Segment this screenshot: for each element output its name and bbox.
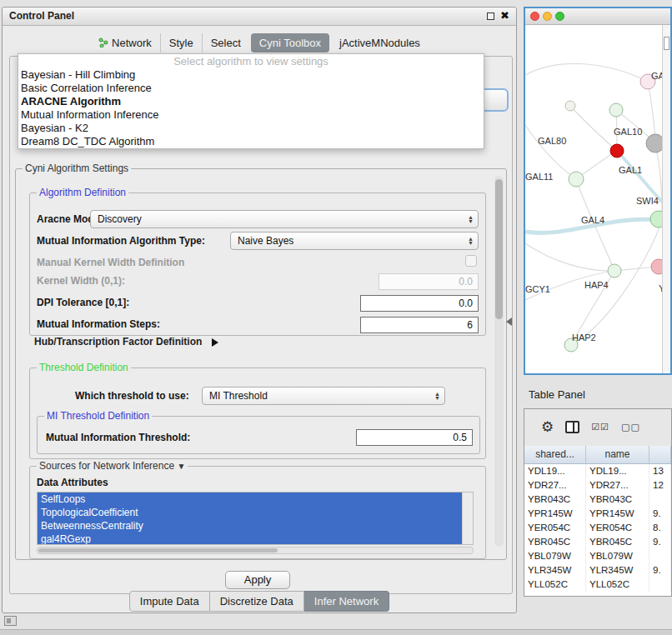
manual-kernel-label: Manual Kernel Width Definition: [37, 257, 184, 268]
tab-discretize-data[interactable]: Discretize Data: [210, 591, 304, 612]
mi-threshold-field[interactable]: 0.5: [356, 429, 473, 446]
tab-style[interactable]: Style: [160, 33, 202, 52]
table-row[interactable]: YLL052C YLL052C: [524, 578, 671, 592]
network-vertical-scrollbar[interactable]: [662, 25, 670, 373]
gear-icon[interactable]: ⚙: [541, 418, 554, 436]
control-panel-titlebar[interactable]: Control Panel ✖: [3, 8, 516, 26]
list-item[interactable]: TopologicalCoefficient: [38, 506, 462, 519]
close-traffic-light[interactable]: [530, 12, 539, 21]
mi-steps-label: Mutual Information Steps:: [37, 318, 160, 330]
kernel-width-label: Kernel Width (0,1):: [37, 275, 125, 287]
apply-button[interactable]: Apply: [225, 571, 290, 589]
bottom-status-strip: [0, 629, 672, 635]
network-canvas[interactable]: GAL GAL80 GAL10 GAL11 GAL1 SWI4 GAL4 GCY…: [525, 25, 662, 375]
scrollbar-thumb[interactable]: [664, 37, 669, 50]
tab-impute-data[interactable]: Impute Data: [129, 591, 210, 612]
mi-steps-field[interactable]: 6: [360, 317, 479, 333]
network-node[interactable]: [609, 103, 623, 117]
dpi-tolerance-field[interactable]: 0.0: [360, 295, 479, 312]
mi-threshold-label: Mutual Information Threshold:: [46, 432, 190, 443]
which-threshold-label: Which threshold to use:: [75, 390, 189, 402]
table-cell: YER054C: [586, 521, 649, 535]
table-cell: YLR345W: [524, 563, 586, 578]
table-row[interactable]: YPR145W YPR145W 9.: [524, 507, 671, 521]
aracne-mode-combobox[interactable]: Discovery ▲▼: [90, 210, 479, 228]
sources-title: Sources for Network Inference: [39, 460, 174, 472]
tab-cyni-toolbox[interactable]: Cyni Toolbox: [251, 33, 329, 52]
deselect-all-checks-icon[interactable]: ▢▢: [621, 422, 640, 432]
network-node[interactable]: [646, 134, 662, 152]
column-header[interactable]: [649, 446, 671, 463]
table-row[interactable]: YBR045C YBR045C 9.: [524, 535, 671, 549]
which-threshold-combobox[interactable]: MI Threshold ▲▼: [202, 387, 445, 405]
table-panel-title: Table Panel: [529, 388, 585, 401]
popup-item[interactable]: Dream8 DC_TDC Algorithm: [18, 135, 484, 148]
table-cell: YLL052C: [586, 578, 649, 592]
minimize-traffic-light[interactable]: [543, 12, 552, 21]
network-view-window: GAL GAL80 GAL10 GAL11 GAL1 SWI4 GAL4 GCY…: [524, 7, 672, 375]
node-label: HAP2: [572, 332, 596, 342]
tab-label: Style: [169, 37, 193, 49]
table-cell: YPR145W: [586, 507, 649, 521]
close-icon[interactable]: ✖: [500, 9, 509, 22]
tab-jactivemnodules[interactable]: jActiveMNodules: [331, 33, 429, 52]
select-all-checks-icon[interactable]: ☑☑: [591, 422, 609, 432]
table-row[interactable]: YLR345W YLR345W 9.: [524, 563, 671, 578]
network-node[interactable]: [565, 101, 575, 111]
data-attributes-list[interactable]: SelfLoops TopologicalCoefficient Between…: [37, 492, 474, 545]
mi-type-combobox[interactable]: Naive Bayes ▲▼: [230, 232, 479, 250]
popup-item[interactable]: Bayesian - Hill Climbing: [18, 68, 484, 82]
table-cell: YLL052C: [524, 578, 586, 592]
table-row[interactable]: YDL19... YDL19... 13: [524, 464, 671, 478]
network-node[interactable]: [569, 172, 584, 187]
threshold-definition-group: Threshold Definition Which threshold to …: [29, 368, 486, 459]
table-row[interactable]: YBR043C YBR043C: [524, 492, 671, 507]
column-header[interactable]: name: [586, 446, 649, 463]
network-node-highlighted[interactable]: [610, 144, 624, 158]
hub-transcription-section[interactable]: Hub/Transcription Factor Definition: [34, 336, 218, 348]
algorithm-dropdown-popup: Select algorithm to view settings Bayesi…: [18, 53, 484, 149]
columns-icon[interactable]: [565, 421, 579, 433]
tab-infer-network[interactable]: Infer Network: [304, 591, 389, 612]
mi-threshold-definition-group: MI Threshold Definition Mutual Informati…: [37, 416, 480, 454]
network-node[interactable]: [650, 211, 662, 228]
table-row[interactable]: YDR27... YDR27... 12: [524, 478, 671, 492]
popup-item-selected[interactable]: ARACNE Algorithm: [18, 95, 484, 108]
kernel-width-field[interactable]: 0.0: [379, 273, 479, 290]
table-cell: YDR27...: [586, 478, 649, 492]
node-label: GCY1: [525, 284, 550, 294]
table-cell: YBL079W: [524, 549, 586, 563]
manual-kernel-checkbox[interactable]: [465, 255, 477, 267]
network-node[interactable]: [651, 259, 662, 274]
column-header[interactable]: shared...: [524, 446, 586, 463]
list-vertical-scrollbar[interactable]: [462, 492, 473, 544]
popup-item[interactable]: Basic Correlation Inference: [18, 82, 484, 95]
scrollbar-thumb[interactable]: [495, 179, 503, 319]
sources-group: Sources for Network Inference ▼ Data Att…: [29, 466, 486, 559]
table-cell: 9.: [649, 507, 671, 521]
list-item[interactable]: BetweennessCentrality: [38, 519, 462, 532]
tab-label: Select: [211, 37, 241, 49]
table-row[interactable]: YBL079W YBL079W: [524, 549, 671, 563]
network-window-titlebar[interactable]: [525, 8, 670, 25]
cyni-algorithm-settings-group: Cyni Algorithm Settings Algorithm Defini…: [15, 168, 507, 560]
network-node[interactable]: [608, 264, 621, 278]
list-item[interactable]: SelfLoops: [38, 492, 462, 506]
scrollbar-thumb[interactable]: [38, 548, 278, 552]
table-row[interactable]: YER054C YER054C 8.: [524, 521, 671, 535]
group-title[interactable]: Sources for Network Inference ▼: [37, 460, 188, 472]
popup-item[interactable]: Bayesian - K2: [18, 122, 484, 135]
splitter-collapse-handle[interactable]: [506, 318, 512, 326]
settings-scrollbar[interactable]: [494, 176, 504, 547]
table-cell: [649, 578, 671, 592]
list-item[interactable]: gal4RGexp: [38, 532, 462, 545]
panel-collapse-icon[interactable]: [4, 616, 17, 626]
list-horizontal-scrollbar[interactable]: [37, 547, 474, 554]
popup-item[interactable]: Mutual Information Inference: [18, 108, 484, 122]
table-cell: YBR043C: [524, 492, 586, 507]
zoom-traffic-light[interactable]: [555, 12, 564, 21]
float-window-icon[interactable]: [487, 12, 494, 20]
table-cell: 12: [649, 478, 671, 492]
tab-select[interactable]: Select: [202, 33, 249, 52]
tab-network[interactable]: Network: [90, 33, 160, 52]
